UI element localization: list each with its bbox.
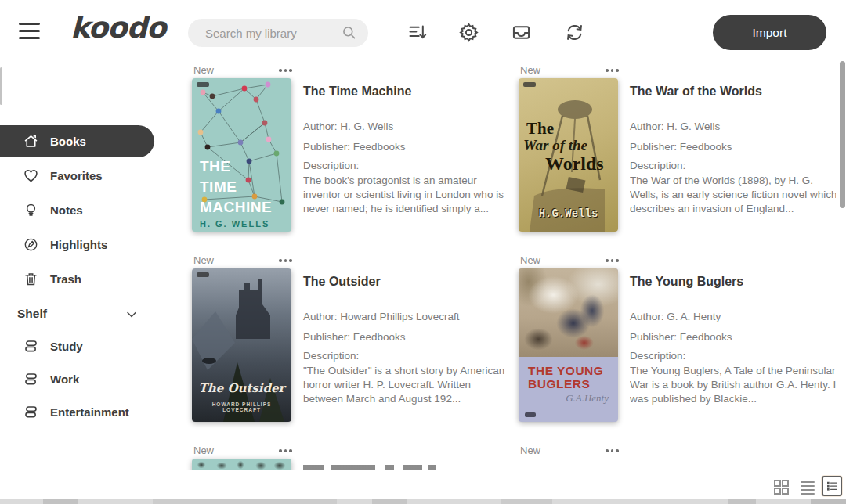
detail-view-icon[interactable] [822, 476, 842, 496]
new-badge: New [520, 64, 540, 76]
shelf-section-header[interactable]: Shelf [0, 303, 154, 326]
sidebar-scrollbar[interactable] [0, 67, 2, 105]
backup-inbox-icon[interactable] [511, 22, 532, 43]
new-badge: New [193, 254, 214, 266]
more-options-icon[interactable] [279, 449, 292, 452]
shelf-label: Shelf [17, 307, 47, 321]
cover-author-text: H. G. WELLS [200, 219, 269, 229]
trash-icon [23, 271, 39, 287]
cover-title-text: THE YOUNGBUGLERS [528, 364, 603, 391]
sidebar-item-books[interactable]: Books [0, 125, 154, 157]
book-title[interactable]: The Outsider [303, 275, 381, 289]
vertical-scrollbar[interactable] [840, 61, 845, 208]
book-author: Author: G. A. Henty [630, 311, 721, 322]
book-publisher: Publisher: Feedbooks [630, 141, 732, 153]
clipped-book-title [303, 465, 443, 470]
hamburger-menu-icon[interactable] [19, 23, 40, 39]
settings-gear-icon[interactable] [458, 22, 479, 43]
book-card: New The OutsiderHOWARD PHILLIPS LOVECRAF… [154, 254, 479, 445]
new-badge: New [520, 254, 540, 266]
sidebar-item-work[interactable]: Work [0, 363, 154, 395]
sort-icon[interactable] [407, 22, 428, 43]
search-input[interactable] [205, 19, 342, 47]
book-publisher: Publisher: Feedbooks [303, 331, 406, 343]
sidebar-item-study[interactable]: Study [0, 330, 154, 362]
heart-icon [23, 167, 39, 184]
book-cover[interactable]: TheWar of theWorldsH.G.Wells [519, 78, 618, 232]
cover-author-text: H.G.Wells [519, 207, 618, 220]
book-title[interactable]: The War of the Worlds [630, 85, 762, 99]
search-icon[interactable] [342, 25, 357, 41]
cover-title-text: The [526, 119, 554, 139]
sidebar-item-entertainment[interactable]: Entertainment [0, 396, 154, 428]
view-mode-bar [154, 470, 846, 499]
book-description: The War of the Worlds (1898), by H. G. W… [630, 174, 836, 216]
new-badge: New [520, 445, 540, 456]
book-cover[interactable]: THE YOUNGBUGLERSG.A.Henty [519, 268, 618, 422]
description-label: Description: [630, 160, 685, 171]
highlighter-icon [23, 236, 39, 253]
sync-icon[interactable] [564, 22, 585, 43]
cover-title-text: THETIMEMACHINE [200, 157, 272, 218]
book-author: Author: H. G. Wells [630, 121, 720, 132]
cover-author-text: G.A.Henty [566, 392, 609, 405]
lightbulb-icon [23, 202, 39, 218]
more-options-icon[interactable] [606, 259, 619, 262]
search-box[interactable] [188, 19, 368, 47]
book-title[interactable]: The Time Machine [303, 85, 411, 99]
book-publisher: Publisher: Feedbooks [630, 331, 732, 343]
app-logo: koodo [70, 11, 165, 45]
publisher-logo [523, 82, 536, 87]
cover-title-text: The Outsider [192, 381, 291, 395]
book-card: New THE YOUNGBUGLERSG.A.Henty The Young … [481, 254, 806, 445]
description-label: Description: [630, 350, 685, 362]
book-description: The Young Buglers, A Tale of the Peninsu… [630, 364, 836, 406]
top-bar: koodo Import [0, 0, 846, 59]
sidebar-item-highlights[interactable]: Highlights [0, 229, 154, 261]
shelf-icon [23, 338, 39, 355]
sidebar: Books Favorites Notes Highlights Trash S… [0, 59, 154, 470]
sidebar-item-trash[interactable]: Trash [0, 263, 154, 295]
new-badge: New [193, 445, 214, 456]
description-label: Description: [303, 160, 359, 171]
more-options-icon[interactable] [279, 259, 292, 262]
sidebar-item-favorites[interactable]: Favorites [0, 160, 154, 192]
book-cover[interactable]: The OutsiderHOWARD PHILLIPS LOVECRAFT [192, 268, 291, 422]
publisher-logo [197, 272, 209, 277]
book-author: Author: H. G. Wells [303, 121, 393, 132]
grid-view-icon[interactable] [772, 477, 790, 496]
more-options-icon[interactable] [606, 449, 619, 452]
more-options-icon[interactable] [606, 69, 619, 72]
book-cover[interactable] [192, 459, 291, 470]
description-label: Description: [303, 350, 359, 362]
book-grid: New THETIMEMACHINEH. G. WELLS The Time M… [154, 59, 836, 470]
book-card: New TheWar of theWorldsH.G.Wells The War… [481, 64, 806, 254]
new-badge: New [193, 64, 214, 76]
book-author: Author: Howard Phillips Lovecraft [303, 311, 460, 322]
publisher-logo [197, 82, 209, 87]
book-title[interactable]: The Young Buglers [630, 275, 743, 289]
book-card: New THETIMEMACHINEH. G. WELLS The Time M… [154, 64, 479, 254]
shelf-icon [23, 371, 39, 387]
list-view-icon[interactable] [798, 477, 817, 496]
more-options-icon[interactable] [279, 69, 292, 72]
sidebar-item-notes[interactable]: Notes [0, 194, 154, 226]
publisher-logo [525, 412, 536, 417]
book-card: New [481, 445, 806, 470]
shelf-icon [23, 404, 39, 420]
book-card: New [154, 445, 479, 470]
book-publisher: Publisher: Feedbooks [303, 141, 406, 153]
window-bottom-edge [0, 499, 846, 504]
book-cover[interactable]: THETIMEMACHINEH. G. WELLS [192, 78, 291, 232]
import-button[interactable]: Import [713, 15, 826, 50]
chevron-down-icon[interactable] [124, 307, 139, 322]
cover-author-text: HOWARD PHILLIPS LOVECRAFT [192, 401, 291, 412]
home-icon [23, 133, 39, 149]
